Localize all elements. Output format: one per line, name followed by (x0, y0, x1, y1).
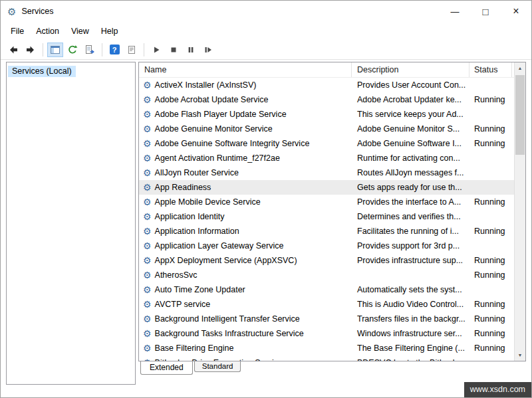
service-gear-icon: ⚙ (143, 241, 152, 250)
export-list-button[interactable] (82, 43, 98, 57)
table-row[interactable]: ⚙ Adobe Genuine Monitor Service Adobe Ge… (139, 122, 514, 136)
table-row[interactable]: ⚙ Application Layer Gateway Service Prov… (139, 239, 514, 253)
table-row[interactable]: ⚙ Adobe Acrobat Update Service Adobe Acr… (139, 92, 514, 107)
restart-service-button[interactable] (200, 43, 216, 57)
service-name: App Readiness (155, 183, 211, 192)
service-name: Adobe Genuine Software Integrity Service (155, 139, 310, 148)
service-description: Facilitates the running of i... (352, 227, 469, 236)
toolbar: ? (1, 40, 531, 60)
tree-item-services-local[interactable]: Services (Local) (8, 66, 76, 77)
service-status: Running (469, 314, 512, 324)
service-description: Provides the interface to A... (352, 197, 469, 207)
service-name: Adobe Acrobat Update Service (155, 95, 269, 104)
service-description: Determines and verifies th... (352, 212, 469, 221)
service-name: BitLocker Drive Encryption Service (155, 358, 283, 361)
start-service-icon (151, 45, 162, 55)
table-row[interactable]: ⚙ Application Identity Determines and ve… (139, 209, 514, 224)
back-button[interactable] (5, 43, 21, 57)
table-row[interactable]: ⚙ Apple Mobile Device Service Provides t… (139, 195, 514, 209)
service-name: AppX Deployment Service (AppXSVC) (155, 256, 297, 265)
table-row[interactable]: ⚙ Agent Activation Runtime_f27f2ae Runti… (139, 151, 514, 165)
table-row[interactable]: ⚙ ActiveX Installer (AxInstSV) Provides … (139, 78, 514, 92)
services-list: Name Description Status ⚙ ActiveX Instal… (138, 62, 526, 361)
maximize-button[interactable]: □ (470, 1, 501, 22)
service-name: Background Intelligent Transfer Service (155, 314, 300, 324)
column-header-status[interactable]: Status (469, 62, 512, 77)
service-description: Adobe Genuine Software I... (352, 139, 469, 148)
service-name: ActiveX Installer (AxInstSV) (155, 80, 257, 90)
table-row[interactable]: ⚙ App Readiness Gets apps ready for use … (139, 180, 514, 195)
vertical-scrollbar[interactable]: ▲ ▼ (514, 62, 525, 361)
table-row[interactable]: ⚙ AppX Deployment Service (AppXSVC) Prov… (139, 253, 514, 268)
help-button[interactable]: ? (106, 43, 122, 57)
service-gear-icon: ⚙ (143, 270, 152, 280)
table-row[interactable]: ⚙ Background Intelligent Transfer Servic… (139, 312, 514, 326)
view-tabs: Extended Standard (138, 361, 526, 377)
service-gear-icon: ⚙ (143, 227, 152, 236)
service-gear-icon: ⚙ (143, 139, 152, 148)
table-row[interactable]: ⚙ Adobe Flash Player Update Service This… (139, 107, 514, 122)
tab-standard[interactable]: Standard (194, 361, 241, 372)
watermark: www.xsdn.com (464, 382, 531, 397)
service-name: AtherosSvc (155, 270, 198, 280)
service-gear-icon: ⚙ (143, 153, 152, 163)
table-row[interactable]: ⚙ Auto Time Zone Updater Automatically s… (139, 282, 514, 297)
service-status: Running (469, 300, 512, 309)
service-description: Adobe Genuine Monitor S... (352, 124, 469, 134)
service-gear-icon: ⚙ (143, 95, 152, 104)
table-row[interactable]: ⚙ Application Information Facilitates th… (139, 224, 514, 239)
table-row[interactable]: ⚙ Base Filtering Engine The Base Filteri… (139, 341, 514, 355)
service-gear-icon: ⚙ (143, 358, 152, 361)
service-name: Apple Mobile Device Service (155, 197, 261, 207)
minimize-button[interactable]: — (440, 1, 470, 22)
column-header-name[interactable]: Name (139, 62, 352, 77)
pause-service-button[interactable] (183, 43, 199, 57)
window-controls: — □ × (440, 1, 531, 22)
scrollbar-thumb[interactable] (515, 75, 525, 155)
service-gear-icon: ⚙ (143, 80, 152, 90)
start-service-button[interactable] (148, 43, 164, 57)
service-description: The Base Filtering Engine (... (352, 344, 469, 353)
scroll-up-icon[interactable]: ▲ (515, 62, 525, 74)
column-header-description[interactable]: Description (352, 62, 469, 77)
services-list-pane: Name Description Status ⚙ ActiveX Instal… (138, 62, 526, 385)
service-name: Adobe Genuine Monitor Service (155, 124, 273, 134)
table-row[interactable]: ⚙ AllJoyn Router Service Routes AllJoyn … (139, 165, 514, 180)
refresh-icon (67, 45, 78, 55)
table-row[interactable]: ⚙ Adobe Genuine Software Integrity Servi… (139, 136, 514, 151)
service-name: AVCTP service (155, 300, 211, 309)
main-area: Services (Local) Name Description Status… (6, 62, 526, 385)
menu-file[interactable]: File (5, 27, 30, 36)
toolbar-separator (102, 43, 102, 56)
tab-extended[interactable]: Extended (140, 361, 193, 375)
service-status: Running (469, 227, 512, 236)
service-description: Gets apps ready for use th... (352, 183, 469, 192)
menu-action[interactable]: Action (30, 27, 65, 36)
refresh-button[interactable] (65, 43, 80, 57)
service-status: Running (469, 124, 512, 134)
service-description: Provides support for 3rd p... (352, 241, 469, 250)
title-bar: ⚙ Services — □ × (1, 1, 531, 22)
service-status: Running (469, 344, 512, 353)
forward-arrow-icon (25, 45, 36, 55)
properties-doc-icon (126, 45, 137, 55)
menu-bar: File Action View Help (1, 22, 531, 40)
forward-button[interactable] (23, 43, 39, 57)
table-row[interactable]: ⚙ AVCTP service This is Audio Video Cont… (139, 297, 514, 312)
stop-service-button[interactable] (166, 43, 182, 57)
column-headers: Name Description Status (139, 62, 514, 78)
service-gear-icon: ⚙ (143, 285, 152, 294)
service-name: Application Layer Gateway Service (155, 241, 284, 250)
close-button[interactable]: × (501, 1, 531, 22)
menu-view[interactable]: View (65, 27, 95, 36)
properties-button[interactable] (124, 43, 140, 57)
table-row[interactable]: ⚙ BitLocker Drive Encryption Service BDE… (139, 355, 514, 361)
service-gear-icon: ⚙ (143, 110, 152, 119)
menu-help[interactable]: Help (95, 27, 124, 36)
show-hide-console-tree-button[interactable] (47, 43, 63, 57)
scroll-down-icon[interactable]: ▼ (515, 349, 525, 361)
service-gear-icon: ⚙ (143, 329, 152, 338)
table-row[interactable]: ⚙ AtherosSvc Running (139, 268, 514, 282)
table-row[interactable]: ⚙ Background Tasks Infrastructure Servic… (139, 326, 514, 341)
service-name: Agent Activation Runtime_f27f2ae (155, 153, 280, 163)
